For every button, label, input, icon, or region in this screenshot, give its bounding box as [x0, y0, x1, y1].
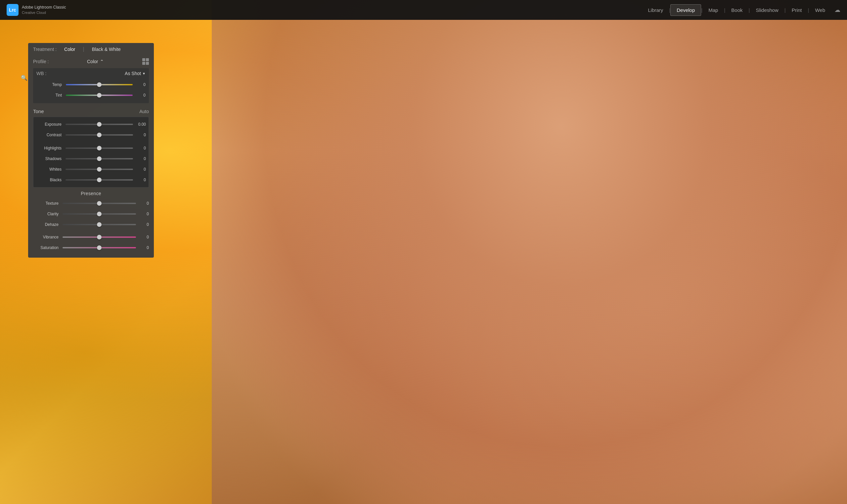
nav-map[interactable]: Map: [702, 5, 724, 16]
treatment-color-btn[interactable]: Color: [61, 46, 78, 53]
blacks-value[interactable]: 0: [134, 178, 146, 182]
texture-track[interactable]: [63, 203, 136, 204]
wb-preset-value: As Shot: [125, 71, 141, 76]
develop-panel: Treatment : Color | Black & White Profil…: [28, 43, 154, 258]
saturation-value[interactable]: 0: [137, 246, 149, 250]
treatment-label: Treatment :: [33, 47, 57, 52]
nav-library[interactable]: Library: [642, 5, 669, 16]
texture-value[interactable]: 0: [137, 201, 149, 206]
dehaze-thumb[interactable]: [97, 222, 102, 227]
tone-spacer: [36, 140, 146, 143]
profile-grid-icon[interactable]: [142, 58, 149, 65]
saturation-thumb[interactable]: [97, 246, 102, 250]
presence-section: Presence Texture 0 Clarity 0 Dehaze 0: [28, 189, 154, 254]
logo-line1: Adobe Lightroom Classic: [22, 5, 66, 10]
dehaze-slider-row: Dehaze 0: [33, 219, 149, 230]
temp-thumb[interactable]: [97, 82, 102, 87]
highlights-track[interactable]: [66, 147, 133, 149]
nav-items: Library | Develop | Map | Book | Slidesh…: [642, 4, 841, 16]
clarity-label: Clarity: [33, 212, 61, 216]
contrast-slider-row: Contrast 0: [36, 130, 146, 140]
shadows-label: Shadows: [36, 157, 64, 161]
highlights-label: Highlights: [36, 146, 64, 150]
texture-slider-row: Texture 0: [33, 198, 149, 209]
tint-thumb[interactable]: [97, 93, 102, 97]
contrast-value[interactable]: 0: [134, 132, 146, 137]
temp-slider-row: Temp 0: [36, 79, 145, 90]
blacks-label: Blacks: [36, 178, 64, 182]
vibrance-track[interactable]: [63, 236, 136, 238]
tone-header-row: Tone Auto: [28, 107, 154, 115]
wb-header: WB : As Shot ▼: [36, 71, 145, 76]
shadows-value[interactable]: 0: [134, 157, 146, 161]
logo-line2: Creative Cloud: [22, 10, 66, 15]
treatment-bw-btn[interactable]: Black & White: [89, 46, 123, 53]
blacks-thumb[interactable]: [97, 178, 102, 182]
texture-label: Texture: [33, 201, 61, 206]
highlights-value[interactable]: 0: [134, 146, 146, 150]
exposure-label: Exposure: [36, 122, 64, 127]
wb-eyedropper-icon[interactable]: 🔍: [21, 75, 28, 81]
nav-print[interactable]: Print: [786, 5, 808, 16]
blacks-slider-row: Blacks 0: [36, 175, 146, 185]
cloud-sync-icon[interactable]: ☁: [834, 6, 841, 14]
wb-preset-select[interactable]: As Shot ▼: [125, 71, 145, 76]
vibrance-slider-row: Vibrance 0: [33, 232, 149, 242]
clarity-value[interactable]: 0: [137, 212, 149, 216]
app-logo-icon: Lrc: [6, 4, 19, 16]
profile-value: Color: [87, 59, 98, 64]
vibrance-label: Vibrance: [33, 235, 61, 239]
profile-select[interactable]: Color ⌃: [87, 59, 104, 64]
clarity-thumb[interactable]: [97, 212, 102, 216]
tint-slider-row: Tint 0: [36, 90, 145, 101]
shadows-track[interactable]: [66, 158, 133, 159]
topbar: Lrc Adobe Lightroom Classic Creative Clo…: [0, 0, 847, 20]
profile-label: Profile :: [33, 59, 49, 64]
face-photo-overlay: [212, 0, 847, 504]
dehaze-value[interactable]: 0: [137, 222, 149, 227]
whites-value[interactable]: 0: [134, 167, 146, 172]
tone-sliders-box: Exposure 0.00 Contrast 0 Highlights 0 Sh: [33, 117, 149, 187]
temp-track[interactable]: [66, 84, 133, 85]
nav-slideshow[interactable]: Slideshow: [750, 5, 784, 16]
saturation-label: Saturation: [33, 246, 61, 250]
wb-section-wrap: 🔍 WB : As Shot ▼ Temp 0 Tint: [28, 68, 154, 103]
wb-label: WB :: [36, 71, 46, 76]
tint-label: Tint: [36, 93, 65, 97]
temp-label: Temp: [36, 82, 65, 87]
exposure-track[interactable]: [66, 124, 133, 125]
vibrance-value[interactable]: 0: [137, 235, 149, 239]
contrast-label: Contrast: [36, 132, 64, 137]
shadows-thumb[interactable]: [97, 157, 102, 161]
temp-value[interactable]: 0: [134, 82, 145, 87]
logo-abbr-text: Lrc: [9, 7, 16, 13]
clarity-track[interactable]: [63, 213, 136, 215]
contrast-thumb[interactable]: [97, 132, 102, 137]
wb-section: WB : As Shot ▼ Temp 0 Tint 0: [33, 68, 149, 103]
wb-preset-arrow: ▼: [142, 72, 145, 75]
texture-thumb[interactable]: [97, 201, 102, 206]
highlights-slider-row: Highlights 0: [36, 143, 146, 154]
logo-area: Lrc Adobe Lightroom Classic Creative Clo…: [6, 4, 66, 16]
contrast-track[interactable]: [66, 134, 133, 136]
presence-label: Presence: [33, 191, 149, 196]
tone-label: Tone: [33, 108, 44, 114]
tint-value[interactable]: 0: [134, 93, 145, 97]
saturation-track[interactable]: [63, 247, 136, 248]
logo-text: Adobe Lightroom Classic Creative Cloud: [22, 5, 66, 15]
highlights-thumb[interactable]: [97, 146, 102, 150]
treatment-row: Treatment : Color | Black & White: [28, 43, 154, 56]
exposure-value[interactable]: 0.00: [134, 122, 146, 127]
vibrance-thumb[interactable]: [97, 235, 102, 239]
whites-thumb[interactable]: [97, 167, 102, 172]
whites-track[interactable]: [66, 169, 133, 170]
tone-auto-btn[interactable]: Auto: [139, 109, 149, 114]
exposure-thumb[interactable]: [97, 122, 102, 127]
dehaze-track[interactable]: [63, 224, 136, 225]
nav-web[interactable]: Web: [809, 5, 831, 16]
dehaze-label: Dehaze: [33, 222, 61, 227]
nav-develop[interactable]: Develop: [670, 4, 701, 16]
blacks-track[interactable]: [66, 179, 133, 181]
nav-book[interactable]: Book: [725, 5, 748, 16]
tint-track[interactable]: [66, 94, 133, 96]
